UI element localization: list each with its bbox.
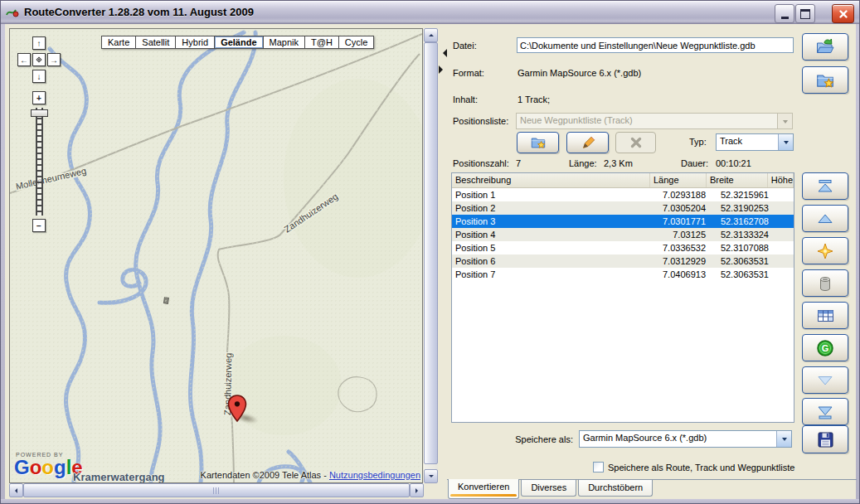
scroll-down-button[interactable] — [424, 469, 438, 483]
arrow-up-icon — [429, 32, 434, 36]
move-top-icon — [816, 177, 834, 196]
map-type-hybrid[interactable]: Hybrid — [176, 36, 215, 49]
table-row[interactable]: Position 47.0312552.3133324 — [452, 228, 794, 241]
save-as-label: Speichere als: — [497, 434, 573, 444]
vertical-scroll-thumb[interactable] — [424, 42, 438, 464]
file-path-input[interactable] — [517, 37, 794, 53]
pencil-icon — [580, 134, 596, 151]
map-horizontal-scrollbar[interactable] — [9, 483, 424, 497]
type-value: Track — [717, 134, 778, 150]
save-button[interactable] — [802, 425, 848, 453]
table-row[interactable]: Position 67.031292952.3063531 — [452, 254, 794, 268]
length-value: 2,3 Km — [604, 158, 633, 168]
map-type-karte[interactable]: Karte — [101, 36, 136, 49]
positionlist-select: Neue Wegpunktliste (Track) — [516, 113, 793, 129]
scroll-left-button[interactable] — [9, 483, 23, 497]
close-button[interactable] — [832, 4, 854, 23]
move-bottom-button[interactable] — [802, 398, 848, 425]
terms-link[interactable]: Nutzungsbedingungen — [329, 470, 420, 480]
tab-label: Durchstöbern — [588, 482, 643, 492]
map-vertical-scrollbar[interactable] — [424, 28, 438, 483]
chevron-down-icon[interactable] — [776, 431, 791, 447]
grid-view-button[interactable] — [802, 302, 848, 329]
titlebar[interactable]: RouteConverter 1.28.28 vom 11. August 20… — [1, 1, 859, 24]
collapse-right-icon[interactable] — [439, 65, 447, 74]
marker-pin-icon — [227, 395, 247, 423]
zoom-slider-track[interactable] — [36, 108, 43, 216]
maximize-icon — [800, 9, 810, 19]
google-g-icon: G — [816, 339, 834, 357]
position-count-value: 7 — [516, 158, 521, 168]
map-canvas[interactable]: Mollenheurneweg Zandhuizerweg Zandhuizer… — [9, 28, 423, 483]
table-header-row: Beschreibung Länge Breite Höhe — [452, 173, 794, 188]
horizontal-scroll-thumb[interactable] — [23, 483, 410, 497]
minimize-icon — [781, 17, 789, 19]
table-row[interactable]: Position 77.040691352.3063531 — [452, 268, 794, 281]
app-icon — [6, 6, 19, 19]
save-format-select[interactable]: Garmin MapSource 6.x (*.gdb) — [579, 430, 792, 448]
tab-label: Konvertieren — [458, 482, 509, 492]
map-type-tah[interactable]: T@H — [305, 36, 339, 49]
table-row[interactable]: Position 57.033653252.3107088 — [452, 241, 794, 254]
add-positionlist-button[interactable] — [517, 132, 559, 153]
minimize-button[interactable] — [775, 4, 794, 23]
map-type-cycle[interactable]: Cycle — [339, 36, 375, 49]
position-count-label: Positionszahl: — [453, 158, 509, 168]
add-position-button[interactable] — [802, 237, 848, 264]
google-button[interactable]: G — [802, 334, 848, 361]
map-type-mapnik[interactable]: Mapnik — [264, 36, 305, 49]
column-header-description[interactable]: Beschreibung — [452, 173, 650, 187]
collapse-left-icon[interactable] — [439, 49, 447, 57]
splitter[interactable] — [439, 28, 448, 498]
tab-diverses[interactable]: Diverses — [521, 480, 576, 497]
save-as-all-checkbox[interactable] — [593, 462, 604, 472]
remove-positionlist-button — [615, 132, 656, 153]
save-as-all-label[interactable]: Speichere als Route, Track und Wegpunktl… — [608, 463, 794, 472]
arrow-left-icon — [12, 488, 17, 493]
map-marker[interactable] — [227, 395, 247, 424]
new-folder-icon — [530, 134, 547, 151]
close-icon — [838, 9, 848, 19]
svg-text:G: G — [822, 343, 829, 353]
chevron-down-icon[interactable] — [778, 134, 793, 150]
map-type-satellit[interactable]: Satellit — [136, 36, 176, 49]
scroll-right-button[interactable] — [410, 483, 424, 497]
zoom-in-button[interactable]: + — [32, 91, 46, 104]
column-header-longitude[interactable]: Länge — [650, 173, 707, 187]
pan-right-button[interactable]: → — [47, 53, 61, 66]
maximize-button[interactable] — [795, 4, 815, 23]
scroll-up-button[interactable] — [424, 28, 438, 42]
table-row-selected[interactable]: Position 37.030177152.3162708 — [452, 215, 794, 228]
zoom-out-button[interactable]: − — [32, 219, 46, 232]
tab-konvertieren[interactable]: Konvertieren — [448, 479, 519, 499]
format-value: Garmin MapSource 6.x (*.gdb) — [517, 68, 641, 78]
pan-left-button[interactable]: ← — [17, 53, 31, 66]
table-row[interactable]: Position 27.030520452.3190253 — [452, 201, 794, 215]
tab-durchstoebern[interactable]: Durchstöbern — [578, 480, 653, 497]
save-format-value: Garmin MapSource 6.x (*.gdb) — [580, 431, 776, 447]
move-up-button[interactable] — [802, 205, 848, 232]
positionlist-value: Neue Wegpunktliste (Track) — [517, 114, 777, 128]
content-label: Inhalt: — [453, 94, 478, 104]
move-down-button[interactable] — [802, 366, 848, 394]
map-type-gelaende[interactable]: Gelände — [215, 36, 263, 49]
delete-position-button[interactable] — [802, 269, 848, 297]
new-file-button[interactable] — [802, 66, 848, 94]
zoom-slider-handle[interactable] — [31, 109, 48, 117]
column-header-elevation[interactable]: Höhe — [768, 173, 794, 187]
trash-cylinder-icon — [816, 274, 834, 293]
pan-center-button[interactable] — [32, 53, 46, 66]
type-select[interactable]: Track — [716, 133, 794, 151]
duration-value: 00:10:21 — [716, 158, 751, 168]
pan-up-button[interactable]: ↑ — [32, 36, 46, 50]
column-header-latitude[interactable]: Breite — [707, 173, 768, 187]
rename-positionlist-button[interactable] — [566, 132, 609, 153]
positions-table[interactable]: Beschreibung Länge Breite Höhe Position … — [451, 172, 794, 423]
open-button[interactable] — [802, 33, 848, 61]
delete-x-icon — [629, 135, 644, 150]
duration-label: Dauer: — [681, 158, 708, 168]
move-top-button[interactable] — [802, 172, 848, 200]
table-row[interactable]: Position 17.029318852.3215961 — [452, 188, 794, 201]
map-panel: Mollenheurneweg Zandhuizerweg Zandhuizer… — [9, 28, 439, 498]
pan-down-button[interactable]: ↓ — [32, 70, 46, 83]
